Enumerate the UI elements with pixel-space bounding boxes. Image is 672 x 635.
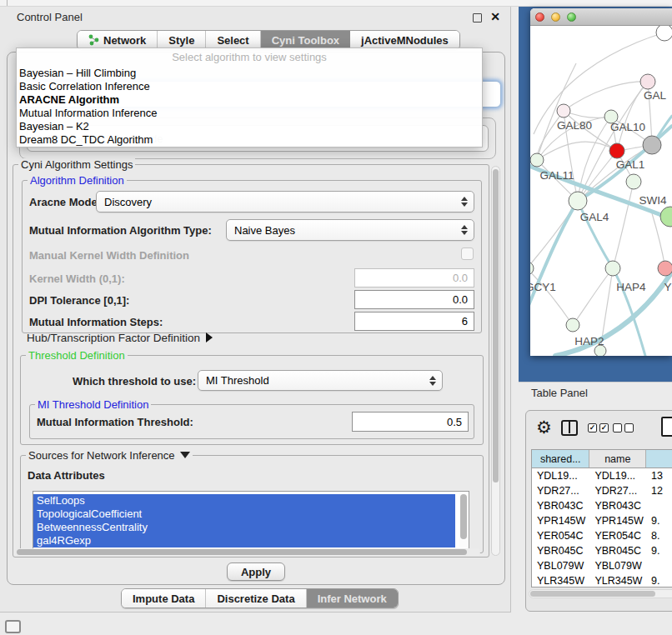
close-icon[interactable]: ✕ [490, 10, 500, 23]
table-row[interactable]: YBR043CYBR043C [532, 498, 672, 513]
node-top-partial[interactable] [656, 26, 672, 41]
table-row[interactable]: YBR045CYBR045C9. [532, 543, 672, 558]
table-cell: YBR043C [532, 498, 589, 513]
column-header[interactable] [646, 450, 672, 468]
mi-threshold-field[interactable]: 0.5 [352, 412, 469, 432]
node-gcy1[interactable] [530, 262, 534, 275]
network-canvas[interactable]: GALGAL80GAL10GAL1GAL11SWI4GAL4GCY1HAP4YH… [530, 26, 672, 356]
node-gal1[interactable] [609, 143, 624, 158]
tab-select[interactable]: Select [206, 31, 260, 49]
table-toolbar: ⚙ ✓✓ [526, 411, 672, 448]
table-cell: 13 [646, 468, 672, 483]
scrollbar-thumb[interactable] [460, 494, 467, 539]
table-row[interactable]: YPR145WYPR145W9. [532, 513, 672, 528]
table-cell: YDL19... [532, 468, 589, 483]
mi-type-value: Naive Bayes [234, 224, 295, 237]
tab-impute-data[interactable]: Impute Data [122, 589, 206, 608]
hub-definition-label: Hub/Transcription Factor Definition [27, 332, 200, 344]
network-edge [564, 111, 611, 118]
tab-infer-network[interactable]: Infer Network [307, 589, 398, 608]
sources-legend: Sources for Network Inference [26, 449, 193, 462]
apply-button[interactable]: Apply [227, 562, 285, 581]
node-gal1-label: GAL1 [616, 158, 645, 171]
mi-steps-field[interactable]: 6 [354, 312, 474, 331]
network-edge [573, 268, 613, 325]
table-row[interactable]: YER054CYER054C8. [532, 528, 672, 543]
attribute-item-selected[interactable]: SelfLoops [33, 494, 455, 508]
node-gal80[interactable] [557, 104, 570, 118]
columns-icon[interactable] [561, 420, 578, 436]
expand-right-icon [206, 332, 213, 342]
tab-cyni-toolbox[interactable]: Cyni Toolbox [261, 31, 350, 49]
data-attributes-label: Data Attributes [28, 469, 105, 482]
window-close-icon[interactable] [535, 12, 544, 22]
table-row[interactable]: YBL079WYBL079W [532, 558, 672, 573]
dpi-tolerance-field[interactable]: 0.0 [354, 290, 474, 309]
hub-definition-toggle[interactable]: Hub/Transcription Factor Definition [27, 332, 213, 344]
which-threshold-combo[interactable]: MI Threshold [198, 370, 443, 391]
algorithm-option[interactable]: ARACNE Algorithm [17, 93, 482, 107]
table-cell: YBR045C [589, 543, 646, 558]
window-minimize-icon[interactable] [551, 12, 560, 22]
node-gal7[interactable] [640, 74, 655, 89]
select-all-icon[interactable]: ✓✓ [588, 423, 609, 432]
node-green-right[interactable] [660, 207, 672, 227]
network-window-titlebar[interactable] [530, 8, 672, 26]
algorithm-option[interactable]: Mutual Information Inference [17, 107, 482, 120]
scrollbar-thumb[interactable] [493, 169, 499, 482]
gear-icon[interactable]: ⚙ [536, 418, 552, 438]
node-y-partial[interactable] [658, 261, 672, 276]
mi-threshold-group: MI Threshold Definition Mutual Informati… [29, 404, 474, 439]
settings-vscrollbar[interactable] [491, 166, 500, 556]
table-row[interactable]: YDR27...YDR27...12 [532, 483, 672, 498]
node-gal11[interactable] [530, 153, 544, 167]
aracne-mode-combo[interactable]: Discovery [96, 191, 474, 212]
node-gal10-label: GAL10 [610, 121, 645, 133]
algorithm-option[interactable]: Bayesian – Hill Climbing [17, 67, 482, 80]
node-gray[interactable] [643, 136, 661, 154]
node-gal4[interactable] [569, 192, 587, 210]
table-row[interactable]: YDL19...YDL19...13 [532, 468, 672, 483]
attribute-item-selected[interactable]: gal4RGexp [33, 534, 455, 548]
node-hap4-label: HAP4 [616, 281, 646, 293]
tab-label: Cyni Toolbox [272, 34, 339, 47]
table-cell: 9. [646, 543, 672, 558]
tab-discretize-data[interactable]: Discretize Data [206, 589, 306, 608]
algorithm-option[interactable]: Bayesian – K2 [17, 120, 482, 133]
window-zoom-icon[interactable] [567, 12, 576, 22]
network-icon [88, 34, 99, 46]
scrollbar-thumb[interactable] [530, 591, 655, 597]
attribute-item-selected[interactable]: TopologicalCoefficient [33, 508, 455, 521]
data-attributes-list[interactable]: SelfLoopsTopologicalCoefficientBetweenne… [33, 491, 469, 549]
column-header[interactable]: shared... [532, 450, 589, 468]
mi-type-combo[interactable]: Naive Bayes [226, 219, 474, 241]
kernel-width-field[interactable]: 0.0 [354, 268, 474, 288]
column-header[interactable]: name [589, 450, 646, 468]
settings-hscrollbar[interactable] [17, 548, 480, 556]
collapse-down-icon[interactable] [180, 452, 190, 458]
table-row[interactable]: YLR345WYLR345W9. [532, 573, 672, 588]
algorithm-option[interactable]: Basic Correlation Inference [17, 80, 482, 93]
table-cell: YDL19... [589, 468, 646, 483]
node-hap2[interactable] [566, 318, 579, 332]
tab-network[interactable]: Network [78, 31, 158, 49]
threshold-definition-group: Threshold Definition Which threshold to … [20, 355, 484, 445]
collapsed-panel-icon[interactable] [5, 620, 21, 633]
table-cell: YER054C [589, 528, 646, 543]
document-icon[interactable] [661, 417, 672, 437]
table-hscrollbar[interactable] [529, 589, 672, 598]
tab-jactivemnodules[interactable]: jActiveMNodules [350, 31, 459, 49]
manual-kernel-checkbox[interactable] [461, 248, 474, 260]
table-cell: YBR045C [532, 543, 589, 558]
float-window-icon[interactable] [473, 13, 482, 22]
mi-threshold-label: Mutual Information Threshold: [37, 416, 193, 428]
attribute-item-selected[interactable]: BetweennessCentrality [33, 521, 455, 534]
attributes-scrollbar[interactable] [459, 492, 468, 548]
scrollbar-thumb[interactable] [17, 549, 467, 555]
table-cell: YDR27... [589, 483, 646, 498]
deselect-all-icon[interactable] [613, 423, 634, 432]
node-hap4[interactable] [605, 261, 620, 276]
node-swi4[interactable] [626, 174, 641, 189]
algorithm-option[interactable]: Dream8 DC_TDC Algorithm [17, 133, 482, 147]
tab-style[interactable]: Style [158, 31, 206, 49]
